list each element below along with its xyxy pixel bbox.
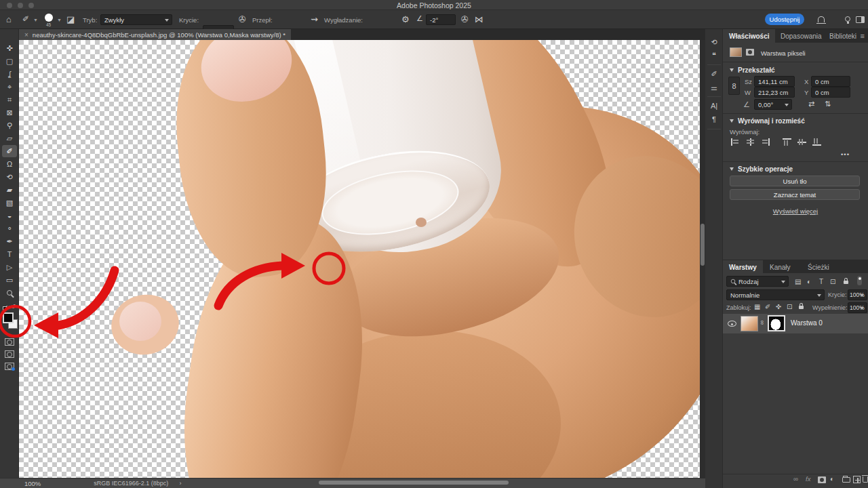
shape-tool[interactable]: ▭ <box>2 274 17 286</box>
select-subject-button[interactable]: Zaznacz temat <box>730 189 860 200</box>
workspace-switcher-icon[interactable] <box>856 16 865 23</box>
tool-options-panel-icon[interactable]: ⚌ <box>705 83 723 92</box>
mask-link-chain-icon[interactable]: ∞ <box>759 321 766 325</box>
x-input[interactable]: 0 cm <box>811 76 850 87</box>
lock-transparency-icon[interactable]: ▦ <box>754 303 760 310</box>
filter-type-layers-icon[interactable]: T <box>819 278 823 285</box>
lock-artboard-icon[interactable]: ⊡ <box>787 303 792 310</box>
tab-properties[interactable]: Właściwości <box>723 29 775 43</box>
brush-preset-chevron-icon[interactable]: ▼ <box>33 18 38 22</box>
brush-tip-preview[interactable] <box>45 14 53 22</box>
align-middle-vertical-icon[interactable] <box>797 138 806 146</box>
foreground-color-swatch[interactable] <box>3 312 14 323</box>
quick-mask-icon[interactable] <box>5 338 14 346</box>
lock-position-icon[interactable]: ✜ <box>776 303 781 310</box>
zoom-level-value[interactable]: 100% <box>24 480 41 487</box>
opacity-pressure-icon[interactable]: ✇ <box>239 14 246 24</box>
size-pressure-icon[interactable]: ✇ <box>461 14 469 24</box>
type-tool[interactable]: T <box>2 248 17 260</box>
link-layers-icon[interactable]: ∞ <box>793 475 798 483</box>
close-document-icon[interactable]: × <box>24 31 28 39</box>
tab-adjustments[interactable]: Dopasowania <box>774 29 828 43</box>
y-input[interactable]: 0 cm <box>811 87 850 98</box>
flip-vertical-icon[interactable]: ⇅ <box>825 100 831 108</box>
edit-in-express-icon[interactable] <box>5 363 14 370</box>
status-chevron-icon[interactable]: › <box>179 480 181 487</box>
width-input[interactable]: 141,11 cm <box>754 76 795 87</box>
blend-mode-select[interactable]: Zwykły <box>100 14 172 25</box>
screen-mode-icon[interactable] <box>5 350 14 358</box>
move-tool[interactable]: ✜ <box>2 42 17 54</box>
quick-actions-section-header[interactable]: Szybkie operacje <box>730 165 793 173</box>
home-icon[interactable]: ⌂ <box>6 14 12 24</box>
properties-menu-icon[interactable]: ≡ <box>861 32 865 40</box>
marquee-tool[interactable]: ▢ <box>2 55 17 67</box>
eyedropper-tool[interactable]: ⚲ <box>2 119 17 131</box>
share-button[interactable]: Udostępnij <box>765 14 804 25</box>
notifications-bell-icon[interactable] <box>818 16 825 22</box>
filter-smart-objects-icon[interactable] <box>844 281 848 284</box>
frame-tool[interactable]: ⊠ <box>2 106 17 119</box>
document-tab[interactable]: × neauthy-skincare-4Q8DbqGbRbE-unsplash.… <box>19 29 291 40</box>
show-more-link[interactable]: Wyświetl więcej <box>773 207 818 215</box>
add-adjustment-icon[interactable]: ◐ <box>830 475 834 483</box>
eraser-tool[interactable]: ▰ <box>2 184 17 196</box>
align-more-icon[interactable]: ••• <box>841 150 850 158</box>
history-brush-tool[interactable]: ⟲ <box>2 171 17 183</box>
character-panel-icon[interactable]: A| <box>705 102 723 110</box>
align-bottom-icon[interactable] <box>812 138 821 146</box>
layer-row[interactable]: ∞ Warstwa 0 <box>723 314 868 333</box>
paragraph-panel-icon[interactable]: ¶ <box>705 115 723 123</box>
brush-angle-input[interactable]: -2° <box>426 14 456 25</box>
tab-channels[interactable]: Kanały <box>764 260 797 274</box>
dodge-tool[interactable]: ⚬ <box>2 222 17 235</box>
airbrush-icon[interactable]: ⇝ <box>311 14 318 24</box>
tab-libraries[interactable]: Biblioteki <box>823 29 863 43</box>
zoom-tool[interactable] <box>2 287 17 299</box>
layer-thumbnail[interactable] <box>741 316 758 331</box>
transform-section-header[interactable]: Przekształć <box>730 66 774 74</box>
layer-mask-thumbnail[interactable] <box>768 315 785 331</box>
canvas-horizontal-scrollbar-thumb[interactable] <box>319 481 509 485</box>
align-top-icon[interactable] <box>783 138 791 146</box>
layer-filter-select[interactable]: Rodzaj <box>726 276 789 287</box>
link-dimensions-toggle[interactable]: 8 <box>728 77 740 95</box>
tab-layers[interactable]: Warstwy <box>723 260 763 274</box>
new-group-icon[interactable] <box>842 477 850 483</box>
healing-brush-tool[interactable]: ▱ <box>2 132 17 144</box>
lock-pixels-icon[interactable]: ✐ <box>765 303 770 310</box>
swap-colors-icon[interactable]: ↺ <box>11 304 16 310</box>
crop-tool[interactable]: ⌗ <box>2 94 17 106</box>
filter-shape-layers-icon[interactable]: ⊡ <box>830 278 835 285</box>
filter-adjustment-layers-icon[interactable]: ◐ <box>807 278 811 285</box>
align-section-header[interactable]: Wyrównaj i rozmieść <box>730 117 805 125</box>
symmetry-icon[interactable]: ⋈ <box>475 14 484 24</box>
gradient-tool[interactable]: ▧ <box>2 197 17 209</box>
history-panel-icon[interactable]: ⟲ <box>705 38 723 47</box>
flip-horizontal-icon[interactable]: ⇄ <box>808 100 814 108</box>
layer-blend-mode-select[interactable]: Normalnie <box>726 289 825 300</box>
clone-stamp-tool[interactable]: Ω <box>2 158 17 170</box>
canvas-vertical-scrollbar-thumb[interactable] <box>701 224 705 266</box>
canvas[interactable] <box>19 40 700 478</box>
delete-layer-icon[interactable] <box>863 476 868 483</box>
tab-paths[interactable]: Ścieżki <box>802 260 835 274</box>
layer-name[interactable]: Warstwa 0 <box>791 319 823 327</box>
layer-opacity-select[interactable]: 100% <box>848 289 867 300</box>
object-selection-tool[interactable]: ⌖ <box>2 81 17 93</box>
layer-style-fx-icon[interactable]: fx <box>806 475 810 483</box>
add-mask-icon[interactable] <box>818 476 826 483</box>
layer-filter-toggle[interactable] <box>857 276 862 285</box>
layer-visibility-eye-icon[interactable] <box>728 321 736 327</box>
remove-background-button[interactable]: Usuń tło <box>730 176 860 186</box>
filter-pixel-layers-icon[interactable]: ▤ <box>795 278 801 285</box>
path-selection-tool[interactable]: ▷ <box>2 261 17 273</box>
brush-size-chevron-icon[interactable]: ▼ <box>57 18 62 22</box>
brush-tool[interactable]: ✐ <box>2 145 17 157</box>
brush-settings-panel-icon[interactable]: ✐ <box>705 70 723 79</box>
align-right-icon[interactable] <box>761 138 770 146</box>
lasso-tool[interactable]: ʆ <box>2 68 17 80</box>
lock-all-icon[interactable] <box>799 306 804 309</box>
brush-preset-icon[interactable]: ✐ <box>22 14 29 24</box>
blur-tool[interactable]: ◒ <box>2 209 17 222</box>
